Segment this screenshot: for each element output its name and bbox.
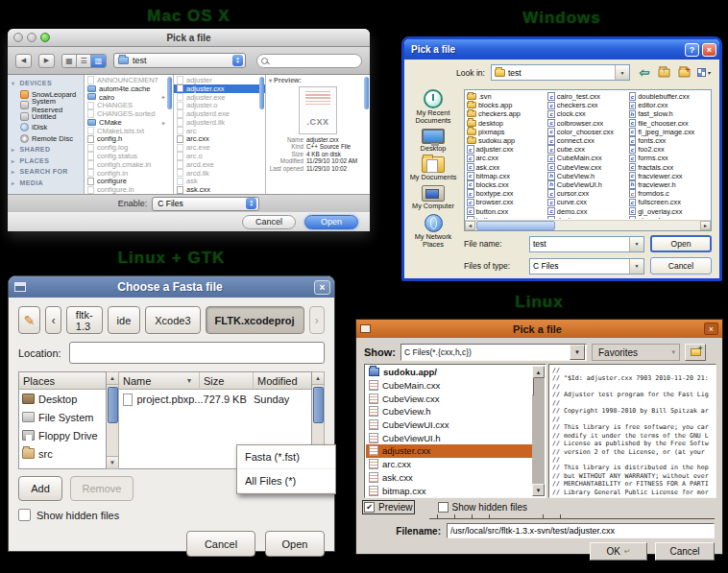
file-row[interactable]: arcd.exe	[174, 160, 265, 169]
gtk-titlebar[interactable]: Choose a Fasta file ×	[9, 276, 334, 298]
scrollbar-thumb[interactable]	[108, 387, 118, 423]
breadcrumb-back-icon[interactable]: ‹	[45, 306, 61, 334]
ok-button[interactable]: OK	[590, 542, 647, 561]
file-row[interactable]: demo.cxx	[547, 206, 628, 215]
file-row[interactable]: ANNOUNCEMENT	[85, 76, 173, 84]
file-row[interactable]: cube.cxx	[547, 145, 628, 154]
file-row[interactable]: adjusterd.ilk	[174, 118, 265, 127]
close-button[interactable]: ×	[702, 43, 716, 57]
breadcrumb-forward-icon[interactable]: ›	[309, 306, 326, 334]
file-row[interactable]: arc.exe	[174, 143, 265, 152]
view-menu-button[interactable]	[696, 65, 712, 80]
file-row[interactable]: adjuster	[174, 76, 265, 84]
file-row[interactable]: arc.cxx	[174, 135, 265, 144]
places-header[interactable]: Places	[19, 372, 106, 390]
file-row[interactable]: button.cxx	[467, 206, 547, 215]
breadcrumb-segment[interactable]: fltk-1.3	[66, 306, 103, 334]
file-row[interactable]: CMakeLists.txt	[85, 127, 173, 135]
cancel-button[interactable]: Cancel	[242, 215, 296, 229]
show-hidden-checkbox[interactable]	[18, 509, 31, 521]
filter-combo[interactable]: C Files(*.{cxx,h,c}) ▼	[400, 344, 587, 361]
dropdown-arrow-icon[interactable]: ▼	[629, 237, 643, 251]
sidebar-item[interactable]: MEDIA	[8, 178, 84, 189]
forward-button[interactable]: ▶	[38, 54, 55, 68]
file-row[interactable]: boxtype.cxx	[467, 189, 547, 198]
size-column-header[interactable]: Size	[200, 372, 254, 390]
file-row[interactable]: ask.cxx	[366, 471, 532, 485]
file-list[interactable]: .svn blocks.app checkers.app	[464, 89, 712, 231]
file-row[interactable]: clock.cxx	[547, 109, 628, 118]
cancel-button[interactable]: Cancel	[650, 257, 712, 275]
file-row[interactable]: desktop	[467, 119, 547, 128]
file-row[interactable]: adjusterd.exe	[174, 109, 265, 118]
file-row[interactable]: CMake	[85, 118, 173, 127]
file-row[interactable]: foo2.cxx	[629, 145, 710, 154]
file-row[interactable]: adjuster.exe	[174, 93, 265, 102]
places-item[interactable]: File System	[19, 408, 106, 426]
file-name-combo[interactable]: test ▼	[529, 236, 644, 252]
column1-scrollbar[interactable]	[167, 77, 172, 109]
preview-scrollbar[interactable]	[364, 77, 369, 109]
file-row[interactable]: adjuster.cxx	[174, 84, 265, 93]
file-row[interactable]: fromdos.c	[629, 189, 710, 198]
scroll-right-arrow-icon[interactable]: ►	[700, 221, 711, 230]
places-scrollbar[interactable]: ▲ ▼	[107, 371, 119, 469]
file-row[interactable]: browser.cxx	[467, 198, 547, 206]
sidebar-item[interactable]: Remote Disc	[8, 133, 84, 145]
file-row[interactable]: colbrowser.cxx	[547, 119, 628, 128]
breadcrumb-segment[interactable]: FLTK.xcodeproj	[206, 306, 304, 334]
files-of-type-combo[interactable]: C Files ▼	[529, 258, 644, 275]
scroll-down-arrow-icon[interactable]: ▼	[532, 484, 545, 496]
file-row[interactable]: fractals.cxx	[629, 163, 710, 172]
file-row[interactable]: file_chooser.cxx	[629, 119, 710, 128]
show-hidden-checkbox-group[interactable]: Show hidden files	[438, 502, 527, 513]
file-row[interactable]: CubeView.cxx	[366, 392, 532, 405]
file-row[interactable]: fonts.cxx	[629, 136, 710, 145]
enable-filter-select[interactable]: C Files ▲▼	[152, 197, 259, 211]
file-row[interactable]: bitmap.cxx	[467, 172, 547, 180]
sidebar-item[interactable]: System Reserved	[8, 100, 84, 111]
file-row[interactable]: CubeViewUI.h	[366, 431, 532, 444]
file-row[interactable]: cursor.cxx	[547, 189, 628, 198]
back-button[interactable]: ◀	[15, 54, 32, 68]
places-item[interactable]: Desktop	[406, 129, 460, 153]
places-item[interactable]: My Recent Documents	[406, 89, 460, 125]
sidebar-item[interactable]: iDisk	[8, 122, 84, 133]
dropdown-arrow-icon[interactable]: ▼	[615, 65, 629, 80]
file-row[interactable]: pixmaps	[467, 128, 547, 136]
file-row[interactable]: project.pbxp... 727.9 KB Sunday	[119, 390, 311, 409]
file-row[interactable]: config.h	[85, 135, 173, 144]
filter-option[interactable]: Fasta (*.fst)	[237, 445, 335, 469]
file-row[interactable]: configure	[85, 178, 173, 186]
file-row[interactable]: fracviewer.h	[629, 180, 710, 189]
file-row[interactable]: configh.in	[85, 169, 173, 178]
places-item[interactable]: My Computer	[406, 185, 460, 210]
column-view-button[interactable]: ▥	[91, 55, 106, 67]
windows-titlebar[interactable]: Pick a file ? ×	[404, 39, 719, 60]
file-row[interactable]: CubeView.cxx	[547, 163, 628, 172]
file-row[interactable]: sudoku.app	[467, 136, 547, 145]
scroll-up-arrow-icon[interactable]: ▲	[312, 372, 324, 385]
cancel-button[interactable]: Cancel	[655, 542, 715, 561]
new-folder-button[interactable]	[676, 65, 692, 80]
places-item[interactable]: Desktop	[19, 390, 106, 408]
close-button[interactable]: ×	[704, 322, 718, 335]
dropdown-arrow-icon[interactable]: ▼	[570, 345, 585, 360]
file-row[interactable]: buttons.cxx	[467, 216, 547, 220]
file-row[interactable]: arc.cxx	[467, 154, 547, 162]
scrollbar-thumb[interactable]	[532, 377, 534, 395]
file-row[interactable]: bitmap.cxx	[366, 484, 532, 497]
sidebar-item[interactable]: SEARCH FOR	[8, 166, 84, 178]
file-row[interactable]: blocks.app	[467, 101, 547, 109]
file-row[interactable]: configh.cmake.in	[85, 160, 173, 169]
up-one-level-button[interactable]	[656, 65, 671, 80]
close-button[interactable]: ×	[314, 280, 330, 295]
macos-titlebar[interactable]: Pick a file	[8, 29, 370, 47]
file-row[interactable]: arc.cxx	[366, 458, 532, 471]
search-field[interactable]	[256, 54, 362, 68]
fltk-titlebar[interactable]: Pick a file ×	[356, 320, 722, 338]
look-in-select[interactable]: test ▼	[491, 64, 630, 81]
horizontal-scrollbar[interactable]: ◄ ►	[465, 220, 711, 230]
show-hidden-checkbox[interactable]	[438, 502, 449, 513]
location-input[interactable]	[69, 342, 325, 364]
